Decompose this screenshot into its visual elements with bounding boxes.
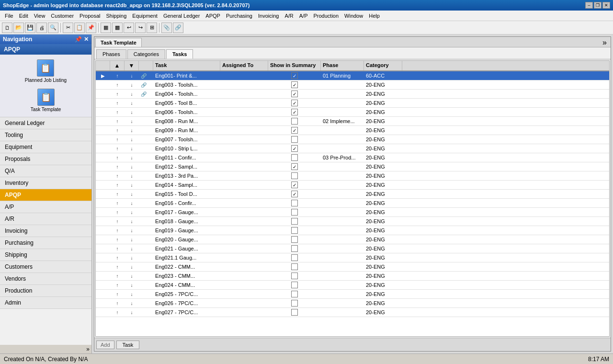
checkbox[interactable]: [291, 163, 298, 170]
tb-copy[interactable]: 📋: [74, 23, 85, 33]
row-summary-checkbox[interactable]: [268, 263, 321, 271]
table-row[interactable]: ↑↓Eng006 - Toolsh...20-ENG: [96, 108, 609, 117]
table-row[interactable]: ↑↓Eng020 - Gauge...20-ENG: [96, 235, 609, 244]
nav-group-customers[interactable]: Customers: [0, 261, 91, 273]
checkbox[interactable]: [291, 100, 298, 106]
menu-purchasing[interactable]: Purchasing: [223, 12, 255, 20]
checkbox[interactable]: [291, 127, 298, 134]
row-up-arrow[interactable]: ↑: [110, 201, 125, 206]
row-summary-checkbox[interactable]: [268, 126, 321, 134]
tb-b5[interactable]: ⊞: [147, 23, 157, 33]
menu-production[interactable]: Production: [310, 12, 341, 20]
nav-group-admin[interactable]: Admin: [0, 297, 91, 309]
checkbox[interactable]: [291, 245, 298, 252]
row-down-arrow[interactable]: ↓: [125, 101, 139, 106]
row-down-arrow[interactable]: ↓: [125, 210, 139, 215]
row-summary-checkbox[interactable]: [268, 108, 321, 116]
minimize-button[interactable]: –: [585, 2, 593, 9]
nav-group-ar[interactable]: A/R: [0, 213, 91, 225]
row-down-arrow[interactable]: ↓: [125, 301, 139, 306]
table-row[interactable]: ↑↓Eng022 - CMM...20-ENG: [96, 262, 609, 272]
row-summary-checkbox[interactable]: [268, 217, 321, 225]
row-up-arrow[interactable]: ↑: [110, 173, 125, 179]
checkbox[interactable]: [291, 254, 298, 261]
row-down-arrow[interactable]: ↓: [125, 219, 139, 224]
tb-preview[interactable]: 🔍: [48, 23, 58, 33]
row-up-arrow[interactable]: ↑: [110, 128, 125, 133]
row-summary-checkbox[interactable]: [268, 199, 321, 207]
tb-paste[interactable]: 📌: [86, 23, 96, 33]
tb-b6[interactable]: 📎: [161, 23, 172, 33]
row-up-arrow[interactable]: ↑: [110, 237, 125, 242]
row-summary-checkbox[interactable]: [268, 272, 321, 280]
nav-pin-icon[interactable]: 📌: [75, 36, 82, 43]
menu-ar[interactable]: A/R: [282, 12, 296, 20]
menu-help[interactable]: Help: [366, 12, 383, 20]
nav-icon-task-template[interactable]: 📋 Task Template: [29, 87, 63, 114]
row-summary-checkbox[interactable]: [268, 90, 321, 98]
row-summary-checkbox[interactable]: [268, 281, 321, 289]
nav-group-inventory[interactable]: Inventory: [0, 177, 91, 189]
checkbox[interactable]: [291, 209, 298, 216]
close-button[interactable]: ✕: [602, 2, 610, 9]
row-down-arrow[interactable]: ↓: [125, 146, 139, 151]
checkbox[interactable]: [291, 154, 298, 161]
table-row[interactable]: ↑↓Eng005 - Tool B...20-ENG: [96, 99, 609, 108]
checkbox[interactable]: [291, 172, 298, 179]
row-up-arrow[interactable]: ↑: [110, 146, 125, 151]
tb-b3[interactable]: ↩: [124, 23, 134, 33]
table-row[interactable]: ↑↓Eng007 - Toolsh...20-ENG: [96, 135, 609, 144]
task-button[interactable]: Task: [116, 341, 140, 349]
table-row[interactable]: ↑↓Eng015 - Tool D...20-ENG: [96, 190, 609, 199]
checkbox[interactable]: [291, 291, 298, 297]
row-summary-checkbox[interactable]: [268, 190, 321, 198]
table-row[interactable]: ↑↓Eng013 - 3rd Pa...20-ENG: [96, 171, 609, 181]
tb-b2[interactable]: ▩: [112, 23, 123, 33]
nav-group-qa[interactable]: Q/A: [0, 165, 91, 177]
menu-customer[interactable]: Customer: [48, 12, 77, 20]
checkbox[interactable]: [291, 72, 298, 79]
restore-button[interactable]: ❐: [594, 2, 602, 9]
row-up-arrow[interactable]: ↑: [110, 283, 125, 288]
row-down-arrow[interactable]: ↓: [125, 228, 139, 233]
row-up-arrow[interactable]: ↑: [110, 73, 125, 79]
row-summary-checkbox[interactable]: [268, 154, 321, 161]
menu-general-ledger[interactable]: General Ledger: [160, 12, 203, 20]
row-up-arrow[interactable]: ↑: [110, 119, 125, 124]
row-up-arrow[interactable]: ↑: [110, 192, 125, 197]
mdi-expand-icon[interactable]: »: [600, 38, 610, 47]
table-row[interactable]: ↑↓🔗Eng003 - Toolsh...20-ENG: [96, 80, 609, 90]
menu-equipment[interactable]: Equipment: [129, 12, 160, 20]
row-down-arrow[interactable]: ↓: [125, 137, 139, 142]
table-row[interactable]: ↑↓Eng010 - Strip L...20-ENG: [96, 144, 609, 153]
tb-cut[interactable]: ✂: [63, 23, 73, 33]
tb-save[interactable]: 💾: [25, 23, 35, 33]
row-summary-checkbox[interactable]: [268, 208, 321, 216]
checkbox[interactable]: [291, 227, 298, 234]
menu-edit[interactable]: Edit: [16, 12, 31, 20]
tb-b1[interactable]: ▦: [101, 23, 111, 33]
table-row[interactable]: ↑↓Eng008 - Run M...02 Impleme...20-ENG: [96, 117, 609, 126]
row-down-arrow[interactable]: ↓: [125, 128, 139, 133]
row-down-arrow[interactable]: ↓: [125, 82, 139, 88]
row-up-arrow[interactable]: ↑: [110, 264, 125, 270]
nav-group-vendors[interactable]: Vendors: [0, 273, 91, 285]
row-down-arrow[interactable]: ↓: [125, 237, 139, 242]
table-row[interactable]: ↑↓Eng011 - Confir...03 Pre-Prod...20-ENG: [96, 153, 609, 162]
row-summary-checkbox[interactable]: [268, 308, 321, 316]
tb-print[interactable]: 🖨: [36, 23, 47, 33]
row-summary-checkbox[interactable]: [268, 145, 321, 152]
row-down-arrow[interactable]: ↓: [125, 273, 139, 279]
menu-shipping[interactable]: Shipping: [103, 12, 129, 20]
nav-group-invoicing[interactable]: Invoicing: [0, 225, 91, 237]
menu-window[interactable]: Window: [341, 12, 366, 20]
row-up-arrow[interactable]: ↑: [110, 110, 125, 115]
tb-new[interactable]: 🗋: [2, 23, 12, 33]
checkbox[interactable]: [291, 236, 298, 243]
row-down-arrow[interactable]: ↓: [125, 283, 139, 288]
row-link-icon[interactable]: 🔗: [139, 91, 148, 97]
row-up-arrow[interactable]: ↑: [110, 246, 125, 251]
row-down-arrow[interactable]: ↓: [125, 310, 139, 315]
row-summary-checkbox[interactable]: [268, 99, 321, 107]
row-down-arrow[interactable]: ↓: [125, 110, 139, 115]
